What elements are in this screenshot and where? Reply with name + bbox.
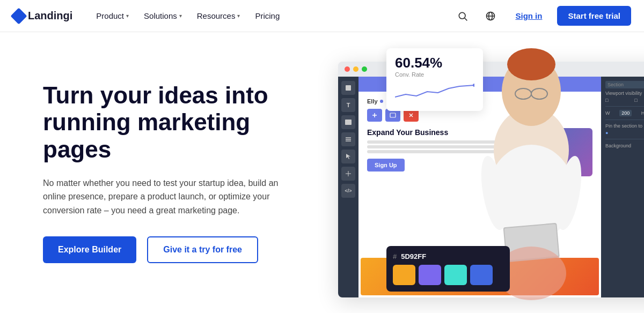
- chevron-down-icon: ▾: [126, 13, 129, 19]
- start-trial-button[interactable]: Start free trial: [557, 6, 631, 26]
- lp-widget-plus[interactable]: [367, 109, 382, 122]
- tool-text[interactable]: T: [341, 98, 355, 112]
- svg-rect-6: [346, 85, 351, 91]
- palette-hex-row: # 5D92FF: [393, 252, 503, 260]
- sign-in-link[interactable]: Sign in: [509, 7, 548, 25]
- logo-diamond: [10, 8, 27, 24]
- svg-rect-16: [390, 113, 396, 117]
- nav-item-solutions[interactable]: Solutions ▾: [137, 7, 188, 25]
- search-button[interactable]: [453, 6, 472, 26]
- hero-title: Turn your ideas into running marketing p…: [43, 82, 322, 163]
- tool-code[interactable]: </>: [341, 184, 355, 198]
- svg-point-8: [346, 121, 347, 122]
- color-swatch-orange[interactable]: [393, 265, 415, 285]
- explore-builder-button[interactable]: Explore Builder: [43, 236, 136, 263]
- lp-signup-button[interactable]: Sign Up: [367, 159, 405, 172]
- hero-section: Turn your ideas into running marketing p…: [0, 32, 644, 313]
- hero-buttons: Explore Builder Give it a try for free: [43, 236, 322, 263]
- hero-right: 60.54% Conv. Rate T: [322, 32, 612, 313]
- window-maximize-dot: [362, 66, 367, 72]
- palette-color-swatches: [393, 265, 503, 285]
- hero-left: Turn your ideas into running marketing p…: [43, 82, 322, 264]
- logo[interactable]: Landingi: [13, 10, 72, 22]
- color-swatch-teal[interactable]: [444, 265, 467, 285]
- svg-line-1: [465, 18, 467, 20]
- tool-move[interactable]: [341, 81, 355, 95]
- tool-image[interactable]: [341, 115, 355, 129]
- navbar: Landingi Product ▾ Solutions ▾ Resources…: [0, 0, 644, 32]
- left-toolbar: T </>: [338, 77, 358, 297]
- conversion-rate-value: 60.54%: [395, 55, 474, 71]
- nav-item-resources[interactable]: Resources ▾: [191, 7, 247, 25]
- nav-right: Sign in Start free trial: [453, 6, 631, 26]
- svg-point-0: [459, 12, 466, 19]
- conversion-graph: [395, 81, 474, 102]
- color-swatch-purple[interactable]: [419, 265, 441, 285]
- palette-hash: #: [393, 252, 397, 260]
- globe-button[interactable]: [481, 6, 500, 26]
- nav-item-pricing[interactable]: Pricing: [248, 7, 286, 25]
- window-close-dot: [345, 66, 350, 72]
- chevron-down-icon: ▾: [179, 13, 182, 19]
- palette-hex-value: 5D92FF: [401, 252, 426, 260]
- conversion-rate-card: 60.54% Conv. Rate: [386, 48, 483, 111]
- nav-item-product[interactable]: Product ▾: [90, 7, 135, 25]
- chevron-down-icon: ▾: [237, 13, 240, 19]
- nav-items: Product ▾ Solutions ▾ Resources ▾ Pricin…: [90, 7, 453, 25]
- window-minimize-dot: [353, 66, 358, 72]
- tool-grid[interactable]: [341, 167, 355, 181]
- search-icon: [457, 11, 468, 21]
- hero-description: No matter whether you need to test your …: [43, 176, 290, 218]
- lp-name-dot: [380, 100, 383, 103]
- tool-pointer[interactable]: [341, 150, 355, 163]
- globe-icon: [485, 11, 496, 21]
- try-free-button[interactable]: Give it a try for free: [147, 236, 258, 263]
- color-palette-card: # 5D92FF: [386, 246, 510, 292]
- color-swatch-blue[interactable]: [470, 265, 493, 285]
- svg-point-21: [507, 48, 555, 80]
- conversion-rate-label: Conv. Rate: [395, 71, 474, 78]
- svg-point-5: [473, 84, 474, 87]
- tool-section[interactable]: [341, 132, 355, 146]
- logo-text: Landingi: [28, 10, 72, 22]
